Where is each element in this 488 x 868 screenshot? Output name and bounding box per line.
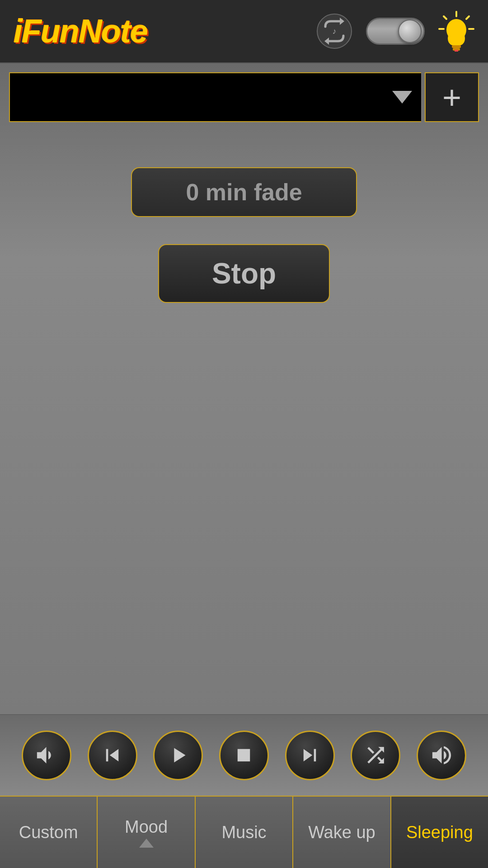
volume-down-button[interactable] [22, 731, 71, 780]
main-content: + 0 min fade Stop [0, 63, 488, 714]
app-title: iFunNote [14, 13, 147, 50]
previous-button[interactable] [88, 731, 137, 780]
tab-music[interactable]: Music [196, 797, 293, 868]
volume-up-button[interactable] [417, 731, 466, 780]
tab-mood-label: Mood [125, 817, 168, 837]
svg-text:♪: ♪ [333, 27, 337, 36]
next-button[interactable] [285, 731, 335, 780]
tab-wakeup-label: Wake up [308, 823, 375, 842]
svg-line-7 [444, 16, 446, 19]
svg-line-5 [466, 16, 469, 19]
bottom-tabs: Custom Mood Music Wake up Sleeping [0, 796, 488, 868]
tab-sleeping-label: Sleeping [406, 823, 473, 842]
plus-icon: + [442, 81, 461, 113]
center-area: 0 min fade Stop [9, 122, 479, 714]
fade-label: 0 min fade [186, 179, 302, 206]
play-button[interactable] [153, 731, 203, 780]
volume-down-icon [34, 743, 59, 768]
tab-music-label: Music [221, 823, 266, 842]
stop-player-button[interactable] [219, 731, 269, 780]
tab-mood-indicator [139, 839, 154, 848]
lightbulb-icon[interactable] [438, 11, 474, 52]
stop-player-icon [231, 743, 256, 768]
shuffle-button[interactable] [351, 731, 400, 780]
header-icons: ♪ [316, 11, 474, 52]
shuffle-icon [363, 743, 388, 768]
player-controls [0, 714, 488, 796]
tab-custom[interactable]: Custom [0, 797, 98, 868]
tab-custom-label: Custom [19, 823, 78, 842]
stop-button[interactable]: Stop [158, 244, 330, 303]
toggle-switch[interactable] [366, 18, 425, 45]
next-icon [297, 743, 322, 768]
previous-icon [100, 743, 125, 768]
fade-button[interactable]: 0 min fade [131, 167, 357, 217]
volume-up-icon [429, 743, 454, 768]
tab-wakeup[interactable]: Wake up [293, 797, 391, 868]
svg-rect-10 [452, 45, 461, 48]
dropdown-select[interactable] [9, 72, 421, 122]
toggle-knob [398, 19, 422, 43]
svg-rect-12 [455, 50, 458, 52]
repeat-icon[interactable]: ♪ [316, 13, 352, 49]
tab-mood[interactable]: Mood [98, 797, 195, 868]
stop-label: Stop [212, 257, 276, 290]
tab-sleeping[interactable]: Sleeping [391, 797, 488, 868]
header: iFunNote ♪ [0, 0, 488, 63]
dropdown-arrow-icon [392, 91, 412, 104]
add-button[interactable]: + [425, 72, 479, 122]
dropdown-row: + [9, 72, 479, 122]
play-icon [166, 743, 191, 768]
